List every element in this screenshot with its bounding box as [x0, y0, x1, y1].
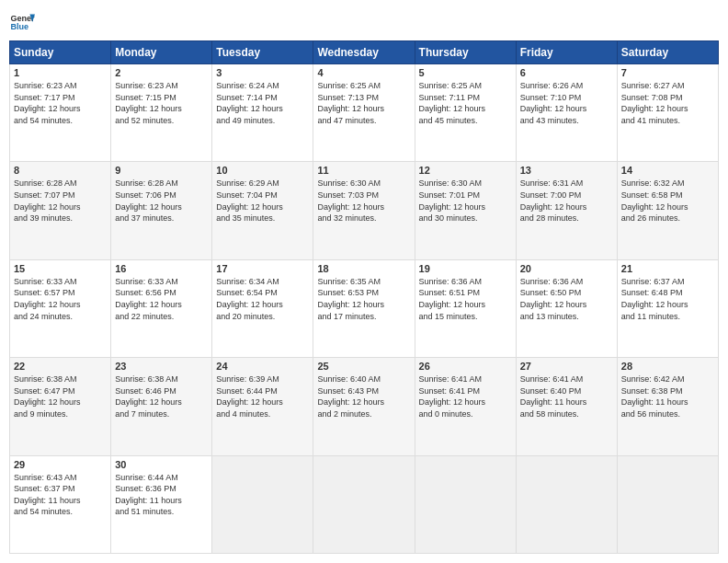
calendar-cell: 14Sunrise: 6:32 AM Sunset: 6:58 PM Dayli…: [617, 162, 718, 259]
day-info: Sunrise: 6:38 AM Sunset: 6:47 PM Dayligh…: [14, 373, 107, 419]
day-number: 30: [115, 459, 208, 470]
day-info: Sunrise: 6:44 AM Sunset: 6:36 PM Dayligh…: [115, 472, 208, 518]
calendar-cell: [212, 455, 313, 553]
weekday-header-friday: Friday: [516, 41, 617, 64]
calendar-cell: 26Sunrise: 6:41 AM Sunset: 6:41 PM Dayli…: [415, 358, 516, 455]
day-number: 2: [115, 67, 208, 78]
calendar-cell: 18Sunrise: 6:35 AM Sunset: 6:53 PM Dayli…: [313, 259, 415, 357]
day-info: Sunrise: 6:33 AM Sunset: 6:57 PM Dayligh…: [14, 276, 107, 322]
day-number: 6: [520, 67, 613, 78]
svg-text:Blue: Blue: [10, 22, 28, 31]
day-number: 20: [520, 263, 613, 274]
logo-icon: General Blue: [9, 9, 35, 35]
calendar-cell: 8Sunrise: 6:28 AM Sunset: 7:07 PM Daylig…: [10, 162, 111, 259]
day-info: Sunrise: 6:24 AM Sunset: 7:14 PM Dayligh…: [216, 80, 309, 126]
day-info: Sunrise: 6:41 AM Sunset: 6:40 PM Dayligh…: [520, 373, 613, 419]
day-info: Sunrise: 6:29 AM Sunset: 7:04 PM Dayligh…: [216, 178, 309, 224]
day-info: Sunrise: 6:31 AM Sunset: 7:00 PM Dayligh…: [520, 178, 613, 224]
day-info: Sunrise: 6:25 AM Sunset: 7:11 PM Dayligh…: [419, 80, 512, 126]
day-number: 27: [520, 361, 613, 372]
calendar-cell: 3Sunrise: 6:24 AM Sunset: 7:14 PM Daylig…: [212, 64, 313, 162]
day-info: Sunrise: 6:30 AM Sunset: 7:01 PM Dayligh…: [419, 178, 512, 224]
day-info: Sunrise: 6:36 AM Sunset: 6:51 PM Dayligh…: [419, 276, 512, 322]
calendar-table: SundayMondayTuesdayWednesdayThursdayFrid…: [9, 40, 719, 554]
day-info: Sunrise: 6:26 AM Sunset: 7:10 PM Dayligh…: [520, 80, 613, 126]
day-info: Sunrise: 6:42 AM Sunset: 6:38 PM Dayligh…: [621, 373, 714, 419]
day-number: 16: [115, 263, 208, 274]
calendar-cell: 15Sunrise: 6:33 AM Sunset: 6:57 PM Dayli…: [10, 259, 111, 357]
calendar-cell: [415, 455, 516, 553]
day-number: 29: [14, 459, 107, 470]
calendar-cell: 7Sunrise: 6:27 AM Sunset: 7:08 PM Daylig…: [617, 64, 718, 162]
day-number: 5: [419, 67, 512, 78]
day-number: 7: [621, 67, 714, 78]
day-info: Sunrise: 6:35 AM Sunset: 6:53 PM Dayligh…: [317, 276, 410, 322]
day-info: Sunrise: 6:23 AM Sunset: 7:17 PM Dayligh…: [14, 80, 107, 126]
day-number: 12: [419, 165, 512, 176]
calendar-cell: 2Sunrise: 6:23 AM Sunset: 7:15 PM Daylig…: [111, 64, 212, 162]
day-number: 18: [317, 263, 410, 274]
calendar-cell: 27Sunrise: 6:41 AM Sunset: 6:40 PM Dayli…: [516, 358, 617, 455]
weekday-header-thursday: Thursday: [415, 41, 516, 64]
calendar-cell: 9Sunrise: 6:28 AM Sunset: 7:06 PM Daylig…: [111, 162, 212, 259]
day-number: 11: [317, 165, 410, 176]
calendar-cell: 19Sunrise: 6:36 AM Sunset: 6:51 PM Dayli…: [415, 259, 516, 357]
day-info: Sunrise: 6:34 AM Sunset: 6:54 PM Dayligh…: [216, 276, 309, 322]
day-number: 14: [621, 165, 714, 176]
day-number: 22: [14, 361, 107, 372]
calendar-cell: 30Sunrise: 6:44 AM Sunset: 6:36 PM Dayli…: [111, 455, 212, 553]
calendar-cell: 5Sunrise: 6:25 AM Sunset: 7:11 PM Daylig…: [415, 64, 516, 162]
day-number: 26: [419, 361, 512, 372]
calendar-cell: 16Sunrise: 6:33 AM Sunset: 6:56 PM Dayli…: [111, 259, 212, 357]
calendar-cell: 17Sunrise: 6:34 AM Sunset: 6:54 PM Dayli…: [212, 259, 313, 357]
day-number: 3: [216, 67, 309, 78]
calendar-cell: 10Sunrise: 6:29 AM Sunset: 7:04 PM Dayli…: [212, 162, 313, 259]
calendar-cell: 20Sunrise: 6:36 AM Sunset: 6:50 PM Dayli…: [516, 259, 617, 357]
day-info: Sunrise: 6:32 AM Sunset: 6:58 PM Dayligh…: [621, 178, 714, 224]
day-number: 19: [419, 263, 512, 274]
day-number: 28: [621, 361, 714, 372]
day-info: Sunrise: 6:27 AM Sunset: 7:08 PM Dayligh…: [621, 80, 714, 126]
day-number: 25: [317, 361, 410, 372]
calendar-cell: 28Sunrise: 6:42 AM Sunset: 6:38 PM Dayli…: [617, 358, 718, 455]
calendar-cell: 1Sunrise: 6:23 AM Sunset: 7:17 PM Daylig…: [10, 64, 111, 162]
day-info: Sunrise: 6:23 AM Sunset: 7:15 PM Dayligh…: [115, 80, 208, 126]
calendar-cell: 22Sunrise: 6:38 AM Sunset: 6:47 PM Dayli…: [10, 358, 111, 455]
day-info: Sunrise: 6:30 AM Sunset: 7:03 PM Dayligh…: [317, 178, 410, 224]
day-info: Sunrise: 6:28 AM Sunset: 7:07 PM Dayligh…: [14, 178, 107, 224]
day-number: 1: [14, 67, 107, 78]
calendar-cell: 11Sunrise: 6:30 AM Sunset: 7:03 PM Dayli…: [313, 162, 415, 259]
calendar-cell: 4Sunrise: 6:25 AM Sunset: 7:13 PM Daylig…: [313, 64, 415, 162]
weekday-header-tuesday: Tuesday: [212, 41, 313, 64]
calendar-cell: 13Sunrise: 6:31 AM Sunset: 7:00 PM Dayli…: [516, 162, 617, 259]
day-info: Sunrise: 6:28 AM Sunset: 7:06 PM Dayligh…: [115, 178, 208, 224]
day-number: 17: [216, 263, 309, 274]
day-info: Sunrise: 6:37 AM Sunset: 6:48 PM Dayligh…: [621, 276, 714, 322]
day-number: 23: [115, 361, 208, 372]
day-number: 15: [14, 263, 107, 274]
calendar-cell: 24Sunrise: 6:39 AM Sunset: 6:44 PM Dayli…: [212, 358, 313, 455]
weekday-header-wednesday: Wednesday: [313, 41, 415, 64]
day-number: 24: [216, 361, 309, 372]
day-number: 21: [621, 263, 714, 274]
calendar-cell: 12Sunrise: 6:30 AM Sunset: 7:01 PM Dayli…: [415, 162, 516, 259]
calendar-cell: 6Sunrise: 6:26 AM Sunset: 7:10 PM Daylig…: [516, 64, 617, 162]
weekday-header-sunday: Sunday: [10, 41, 111, 64]
day-info: Sunrise: 6:40 AM Sunset: 6:43 PM Dayligh…: [317, 373, 410, 419]
calendar-cell: [617, 455, 718, 553]
calendar-cell: 25Sunrise: 6:40 AM Sunset: 6:43 PM Dayli…: [313, 358, 415, 455]
page-header: General Blue: [9, 9, 719, 35]
weekday-header-monday: Monday: [111, 41, 212, 64]
day-info: Sunrise: 6:39 AM Sunset: 6:44 PM Dayligh…: [216, 373, 309, 419]
day-info: Sunrise: 6:43 AM Sunset: 6:37 PM Dayligh…: [14, 472, 107, 518]
day-number: 13: [520, 165, 613, 176]
day-info: Sunrise: 6:41 AM Sunset: 6:41 PM Dayligh…: [419, 373, 512, 419]
day-number: 8: [14, 165, 107, 176]
day-info: Sunrise: 6:38 AM Sunset: 6:46 PM Dayligh…: [115, 373, 208, 419]
calendar-cell: 21Sunrise: 6:37 AM Sunset: 6:48 PM Dayli…: [617, 259, 718, 357]
calendar-cell: 23Sunrise: 6:38 AM Sunset: 6:46 PM Dayli…: [111, 358, 212, 455]
day-number: 10: [216, 165, 309, 176]
weekday-header-saturday: Saturday: [617, 41, 718, 64]
day-info: Sunrise: 6:25 AM Sunset: 7:13 PM Dayligh…: [317, 80, 410, 126]
day-info: Sunrise: 6:33 AM Sunset: 6:56 PM Dayligh…: [115, 276, 208, 322]
